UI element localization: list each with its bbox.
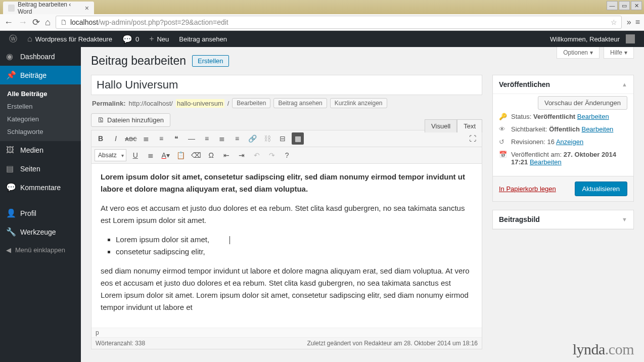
screen-options-button[interactable]: Optionen ▾ xyxy=(557,47,600,59)
special-char-button[interactable]: Ω xyxy=(205,149,217,161)
submenu-new-post[interactable]: Erstellen xyxy=(0,100,81,113)
blockquote-button[interactable]: ❝ xyxy=(170,132,182,145)
paste-text-button[interactable]: 📋 xyxy=(175,149,187,161)
edit-visibility-link[interactable]: Bearbeiten xyxy=(581,125,613,133)
bold-button[interactable]: B xyxy=(95,132,107,145)
content-paragraph-bold: Lorem ipsum dolor sit amet, consetetur s… xyxy=(101,172,465,193)
forward-button[interactable]: → xyxy=(18,17,27,28)
fullscreen-button[interactable]: ⛶ xyxy=(467,132,479,145)
shortlink-button[interactable]: Kurzlink anzeigen xyxy=(330,98,387,108)
back-button[interactable]: ← xyxy=(4,17,13,28)
comments-link[interactable]: 💬0 xyxy=(117,31,144,47)
view-post-link[interactable]: Beitrag ansehen xyxy=(174,31,232,47)
collapse-icon: ◀ xyxy=(6,246,11,254)
help-icon-button[interactable]: ? xyxy=(281,149,293,161)
editor-content[interactable]: Lorem ipsum dolor sit amet, consetetur s… xyxy=(91,164,482,328)
undo-button[interactable]: ↶ xyxy=(251,149,263,161)
update-button[interactable]: Aktualisieren xyxy=(575,182,627,196)
toolbar-toggle-button[interactable]: ▦ xyxy=(292,132,304,145)
post-title-input[interactable] xyxy=(91,75,482,95)
italic-button[interactable]: I xyxy=(110,132,122,145)
help-button[interactable]: Hilfe ▾ xyxy=(604,47,634,59)
bullet-list-button[interactable]: ≣ xyxy=(140,132,152,145)
clear-formatting-button[interactable]: ⌫ xyxy=(190,149,202,161)
browser-tab[interactable]: Beitrag bearbeiten ‹ Word × xyxy=(3,2,94,14)
edit-permalink-button[interactable]: Bearbeiten xyxy=(232,98,270,108)
add-new-button[interactable]: Erstellen xyxy=(192,55,229,67)
text-color-button[interactable]: A▾ xyxy=(160,149,172,161)
preview-button[interactable]: Vorschau der Änderungen xyxy=(538,96,627,110)
submenu-tags[interactable]: Schlagworte xyxy=(0,125,81,138)
redo-button[interactable]: ↷ xyxy=(266,149,278,161)
featured-image-header[interactable]: Beitragsbild ▼ xyxy=(493,210,633,229)
menu-dashboard[interactable]: ◉Dashboard xyxy=(0,47,81,66)
home-button[interactable]: ⌂ xyxy=(45,17,51,28)
format-select[interactable]: Absatz xyxy=(95,149,126,161)
window-controls: — ▭ ✕ xyxy=(607,1,642,10)
unlink-button[interactable]: ⛓ xyxy=(261,132,273,145)
url-bar[interactable]: 🗋 localhost/wp-admin/post.php?post=29&ac… xyxy=(56,16,622,29)
permalink-base: http://localhost/ xyxy=(128,100,172,107)
chevron-right-icon[interactable]: » xyxy=(627,18,631,27)
submenu-all-posts[interactable]: Alle Beiträge xyxy=(0,87,81,100)
menu-pages[interactable]: ▤Seiten xyxy=(0,159,81,178)
close-icon[interactable]: × xyxy=(85,4,89,12)
numbered-list-button[interactable]: ≡ xyxy=(155,132,167,145)
posts-submenu: Alle Beiträge Erstellen Kategorien Schla… xyxy=(0,84,81,141)
underline-button[interactable]: U xyxy=(129,149,142,161)
menu-icon[interactable]: ≡ xyxy=(635,18,640,27)
edit-date-link[interactable]: Bearbeiten xyxy=(530,158,562,166)
menu-tools[interactable]: 🔧Werkzeuge xyxy=(0,222,81,241)
publish-box: Veröffentlichen ▲ Vorschau der Änderunge… xyxy=(492,75,634,202)
more-button[interactable]: ⊟ xyxy=(277,132,289,145)
permalink-label: Permalink: xyxy=(92,100,125,107)
editor-footer: Wörteranzahl: 338 Zuletzt geändert von R… xyxy=(91,337,482,349)
link-button[interactable]: 🔗 xyxy=(246,132,258,145)
close-button[interactable]: ✕ xyxy=(631,1,642,10)
indent-button[interactable]: ⇥ xyxy=(236,149,248,161)
bookmark-star-icon[interactable]: ☆ xyxy=(611,18,617,26)
browse-revisions-link[interactable]: Anzeigen xyxy=(556,138,583,146)
menu-media[interactable]: 🖼Medien xyxy=(0,141,81,159)
my-account[interactable]: Willkommen, Redakteur xyxy=(545,34,640,43)
view-post-button[interactable]: Beitrag ansehen xyxy=(273,98,327,108)
wp-logo[interactable]: ⓦ xyxy=(4,31,22,47)
text-cursor xyxy=(229,236,230,244)
site-name[interactable]: ⌂Wordpress für Redakteure xyxy=(22,31,117,47)
screen-meta: Optionen ▾ Hilfe ▾ xyxy=(557,47,634,59)
tab-visual[interactable]: Visuell xyxy=(425,119,457,132)
menu-comments[interactable]: 💬Kommentare xyxy=(0,178,81,197)
plus-icon: + xyxy=(149,34,154,43)
url-host: localhost xyxy=(70,18,98,26)
menu-posts[interactable]: 📌Beiträge xyxy=(0,66,81,84)
align-left-button[interactable]: ≡ xyxy=(201,132,213,145)
maximize-button[interactable]: ▭ xyxy=(619,1,630,10)
home-icon: ⌂ xyxy=(27,34,32,43)
collapse-menu[interactable]: ◀Menü einklappen xyxy=(0,241,81,259)
edit-status-link[interactable]: Bearbeiten xyxy=(577,113,609,120)
publish-box-header[interactable]: Veröffentlichen ▲ xyxy=(493,75,633,94)
submenu-categories[interactable]: Kategorien xyxy=(0,113,81,125)
align-right-button[interactable]: ≡ xyxy=(231,132,243,145)
chevron-down-icon: ▼ xyxy=(622,216,627,222)
align-center-button[interactable]: ≣ xyxy=(216,132,228,145)
add-media-button[interactable]: 🖻Dateien hinzufügen xyxy=(91,113,170,127)
tab-text[interactable]: Text xyxy=(457,119,482,132)
watermark: lynda.com xyxy=(573,341,634,358)
page-icon: 🗋 xyxy=(60,18,67,26)
minimize-button[interactable]: — xyxy=(607,1,618,10)
media-icon: 🖼 xyxy=(6,146,15,155)
trash-link[interactable]: In Papierkorb legen xyxy=(499,185,556,193)
wp-admin-bar: ⓦ ⌂Wordpress für Redakteure 💬0 +Neu Beit… xyxy=(0,31,644,47)
page-title: Beitrag bearbeiten xyxy=(91,54,186,68)
justify-button[interactable]: ≣ xyxy=(145,149,157,161)
editor: B I ᴀʙᴄ ≣ ≡ ❝ — ≡ ≣ ≡ 🔗 ⛓ ⊟ ▦ ⛶ xyxy=(91,130,482,349)
hr-button[interactable]: — xyxy=(186,132,198,145)
outdent-button[interactable]: ⇤ xyxy=(220,149,233,161)
new-content[interactable]: +Neu xyxy=(144,31,174,47)
reload-button[interactable]: ⟳ xyxy=(32,17,40,28)
menu-profile[interactable]: 👤Profil xyxy=(0,204,81,222)
chevron-down-icon: ▾ xyxy=(624,49,627,56)
strikethrough-button[interactable]: ᴀʙᴄ xyxy=(125,132,137,145)
tools-icon: 🔧 xyxy=(6,227,15,237)
